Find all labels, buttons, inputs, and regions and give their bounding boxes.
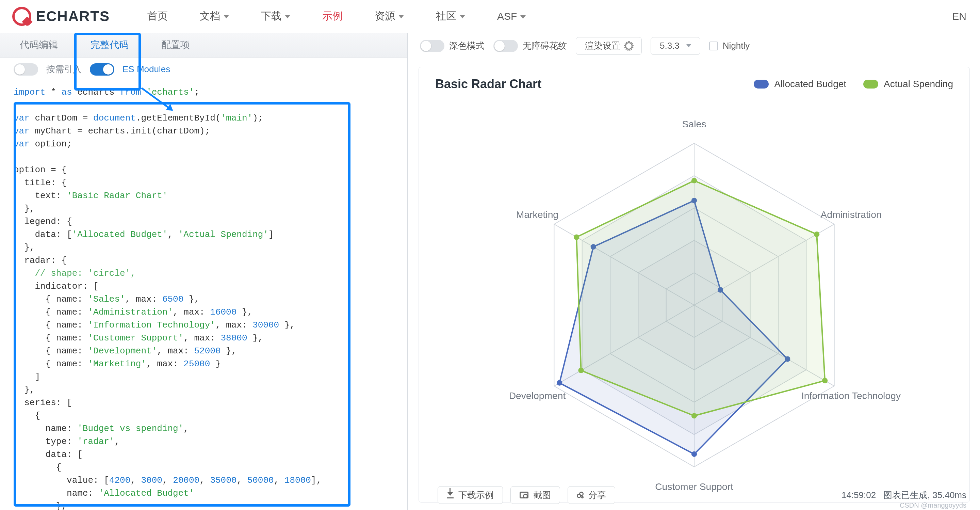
nightly-checkbox[interactable]	[709, 41, 718, 50]
code-toggles: 按需引入 ES Modules	[0, 58, 407, 81]
chevron-down-icon	[398, 15, 404, 18]
chevron-down-icon	[224, 15, 229, 18]
svg-text:Sales: Sales	[682, 118, 706, 129]
code-tab-2[interactable]: 配置项	[145, 32, 206, 57]
svg-point-15	[692, 451, 697, 457]
nightly-label: Nightly	[723, 40, 749, 51]
download-icon	[447, 492, 453, 499]
svg-point-18	[692, 178, 697, 183]
language-switch[interactable]: EN	[952, 11, 966, 22]
chevron-down-icon	[460, 15, 465, 18]
svg-point-16	[557, 380, 562, 386]
version-select[interactable]: 5.3.3	[651, 37, 700, 55]
share-label: 分享	[588, 489, 606, 501]
es-modules-label: ES Modules	[123, 64, 170, 75]
screenshot-button[interactable]: 截图	[511, 486, 560, 504]
preview-toolbar: 深色模式 无障碍花纹 渲染设置 5.3.3 Nightly	[408, 33, 980, 59]
camera-icon	[520, 492, 528, 499]
nav-item-4[interactable]: 资源	[375, 0, 404, 33]
legend-item-allocated[interactable]: Allocated Budget	[754, 79, 846, 89]
chart-legend: Allocated Budget Actual Spending	[754, 79, 953, 89]
toggle-on-demand-label: 按需引入	[46, 63, 82, 75]
svg-point-19	[814, 231, 819, 237]
code-tab-1[interactable]: 完整代码	[74, 32, 145, 57]
chevron-down-icon	[520, 15, 526, 19]
logo-icon	[12, 7, 31, 26]
code-editor[interactable]: import * as echarts from 'echarts'; var …	[0, 81, 407, 510]
render-settings-button[interactable]: 渲染设置	[576, 37, 642, 55]
nav-item-1[interactable]: 文档	[200, 0, 229, 33]
toggle-dark-mode[interactable]	[420, 40, 444, 52]
version-label: 5.3.3	[660, 40, 679, 51]
svg-text:Development: Development	[509, 390, 566, 401]
gear-icon	[625, 42, 633, 50]
chart-card: Basic Radar Chart Allocated Budget Actua…	[418, 67, 970, 502]
svg-point-20	[822, 378, 827, 383]
svg-text:Information Technology: Information Technology	[801, 390, 901, 401]
preview-panel: 深色模式 无障碍花纹 渲染设置 5.3.3 Nightly Basic Rada…	[408, 33, 980, 510]
radar-chart: SalesAdministrationInformation Technolog…	[419, 101, 969, 502]
download-example-button[interactable]: 下载示例	[438, 486, 503, 504]
svg-point-22	[578, 368, 584, 373]
chevron-down-icon	[285, 15, 290, 18]
share-icon	[577, 492, 584, 499]
top-nav: ECHARTS 首页文档下载示例资源社区ASF EN	[0, 0, 980, 33]
svg-text:Administration: Administration	[821, 209, 881, 220]
dark-mode-label: 深色模式	[449, 40, 485, 52]
logo-text: ECHARTS	[36, 8, 110, 24]
nav-item-5[interactable]: 社区	[436, 0, 465, 33]
nav-item-6[interactable]: ASF	[497, 0, 526, 32]
download-label: 下载示例	[458, 489, 494, 501]
preview-footer: 下载示例 截图 分享 14:59:02 图表已生成, 35.40ms	[424, 486, 980, 504]
toggle-a11y-pattern[interactable]	[493, 40, 518, 52]
nav-item-0[interactable]: 首页	[147, 0, 168, 33]
toggle-es-modules[interactable]	[90, 63, 115, 76]
svg-point-23	[574, 234, 579, 240]
nav-links: 首页文档下载示例资源社区ASF	[147, 0, 526, 33]
legend-item-actual[interactable]: Actual Spending	[863, 79, 953, 89]
logo[interactable]: ECHARTS	[12, 7, 110, 26]
legend-swatch-icon	[863, 80, 878, 89]
nav-item-2[interactable]: 下载	[261, 0, 290, 33]
watermark: CSDN @manggoyyds	[900, 502, 966, 509]
code-text: import * as echarts from 'echarts'; var …	[14, 86, 400, 510]
status-message: 图表已生成, 35.40ms	[883, 490, 966, 500]
status-text: 14:59:02 图表已生成, 35.40ms	[842, 489, 966, 501]
legend-label: Allocated Budget	[774, 79, 846, 89]
nav-item-3[interactable]: 示例	[322, 0, 343, 33]
legend-label: Actual Spending	[884, 79, 953, 89]
status-time: 14:59:02	[842, 490, 876, 500]
chart-title: Basic Radar Chart	[435, 77, 541, 91]
screenshot-label: 截图	[533, 489, 551, 501]
legend-swatch-icon	[754, 80, 769, 89]
render-settings-label: 渲染设置	[585, 40, 620, 52]
code-panel: 代码编辑完整代码配置项 按需引入 ES Modules import * as …	[0, 33, 408, 510]
code-tab-0[interactable]: 代码编辑	[3, 32, 74, 57]
a11y-pattern-label: 无障碍花纹	[523, 40, 567, 52]
chevron-down-icon	[686, 44, 691, 47]
svg-point-21	[692, 413, 697, 418]
toggle-on-demand[interactable]	[14, 63, 38, 76]
code-tabs: 代码编辑完整代码配置项	[0, 33, 407, 58]
svg-text:Marketing: Marketing	[516, 209, 558, 220]
share-button[interactable]: 分享	[568, 486, 615, 504]
